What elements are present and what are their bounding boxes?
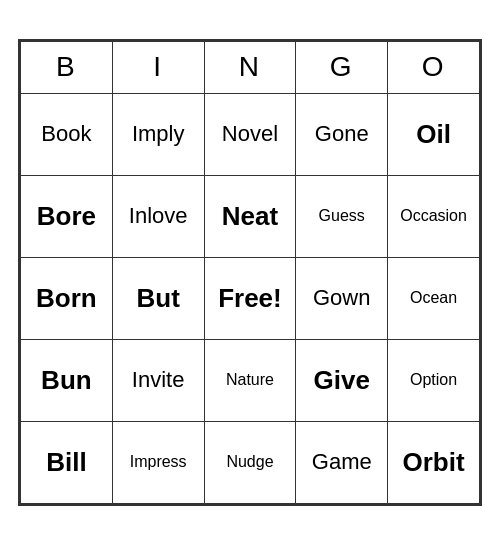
- table-cell: Born: [21, 257, 113, 339]
- cell-label: Occasion: [392, 207, 475, 225]
- bingo-table: BINGO BookImplyNovelGoneOilBoreInloveNea…: [20, 41, 480, 504]
- table-cell: Inlove: [112, 175, 204, 257]
- cell-label: Bill: [25, 447, 108, 478]
- table-row: BoreInloveNeatGuessOccasion: [21, 175, 480, 257]
- cell-label: Free!: [209, 283, 292, 314]
- table-cell: Invite: [112, 339, 204, 421]
- header-cell: N: [204, 41, 296, 93]
- table-cell: Book: [21, 93, 113, 175]
- table-cell: Bun: [21, 339, 113, 421]
- table-cell: Free!: [204, 257, 296, 339]
- table-cell: Option: [388, 339, 480, 421]
- table-row: BunInviteNatureGiveOption: [21, 339, 480, 421]
- cell-label: Game: [300, 449, 383, 475]
- table-row: BillImpressNudgeGameOrbit: [21, 421, 480, 503]
- table-cell: Game: [296, 421, 388, 503]
- table-cell: Bill: [21, 421, 113, 503]
- header-cell: O: [388, 41, 480, 93]
- table-cell: Bore: [21, 175, 113, 257]
- cell-label: Orbit: [392, 447, 475, 478]
- header-row: BINGO: [21, 41, 480, 93]
- cell-label: Impress: [117, 453, 200, 471]
- cell-label: Invite: [117, 367, 200, 393]
- header-cell: B: [21, 41, 113, 93]
- cell-label: Ocean: [392, 289, 475, 307]
- cell-label: Option: [392, 371, 475, 389]
- table-cell: Occasion: [388, 175, 480, 257]
- cell-label: Inlove: [117, 203, 200, 229]
- cell-label: Gone: [300, 121, 383, 147]
- cell-label: Book: [25, 121, 108, 147]
- table-cell: Nudge: [204, 421, 296, 503]
- bingo-card: BINGO BookImplyNovelGoneOilBoreInloveNea…: [18, 39, 482, 506]
- cell-label: Novel: [209, 121, 292, 147]
- table-row: BookImplyNovelGoneOil: [21, 93, 480, 175]
- table-row: BornButFree!GownOcean: [21, 257, 480, 339]
- cell-label: Gown: [300, 285, 383, 311]
- table-cell: Guess: [296, 175, 388, 257]
- table-cell: Orbit: [388, 421, 480, 503]
- table-cell: Give: [296, 339, 388, 421]
- table-cell: Impress: [112, 421, 204, 503]
- cell-label: Give: [300, 365, 383, 396]
- cell-label: Nature: [209, 371, 292, 389]
- table-cell: Novel: [204, 93, 296, 175]
- table-cell: Nature: [204, 339, 296, 421]
- header-cell: G: [296, 41, 388, 93]
- cell-label: Bun: [25, 365, 108, 396]
- cell-label: Neat: [209, 201, 292, 232]
- table-cell: Ocean: [388, 257, 480, 339]
- header-cell: I: [112, 41, 204, 93]
- table-cell: But: [112, 257, 204, 339]
- cell-label: Nudge: [209, 453, 292, 471]
- cell-label: Imply: [117, 121, 200, 147]
- cell-label: Born: [25, 283, 108, 314]
- cell-label: But: [117, 283, 200, 314]
- table-cell: Neat: [204, 175, 296, 257]
- table-cell: Imply: [112, 93, 204, 175]
- cell-label: Bore: [25, 201, 108, 232]
- cell-label: Guess: [300, 207, 383, 225]
- table-cell: Gone: [296, 93, 388, 175]
- table-cell: Gown: [296, 257, 388, 339]
- cell-label: Oil: [392, 119, 475, 150]
- table-cell: Oil: [388, 93, 480, 175]
